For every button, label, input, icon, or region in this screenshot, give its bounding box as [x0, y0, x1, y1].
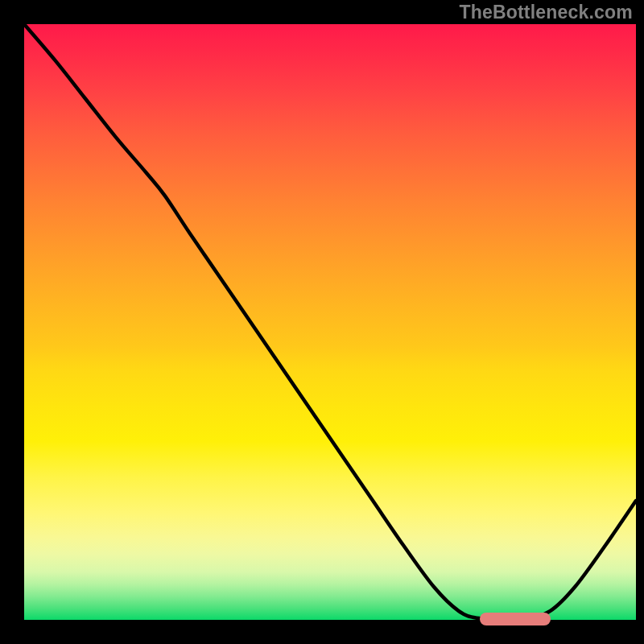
watermark-text: TheBottleneck.com	[459, 2, 633, 23]
curve-overlay	[24, 24, 636, 620]
plot-area	[24, 24, 636, 620]
bottleneck-curve	[24, 24, 636, 619]
optimal-range-marker	[480, 613, 550, 625]
bottleneck-chart: TheBottleneck.com	[0, 0, 644, 644]
